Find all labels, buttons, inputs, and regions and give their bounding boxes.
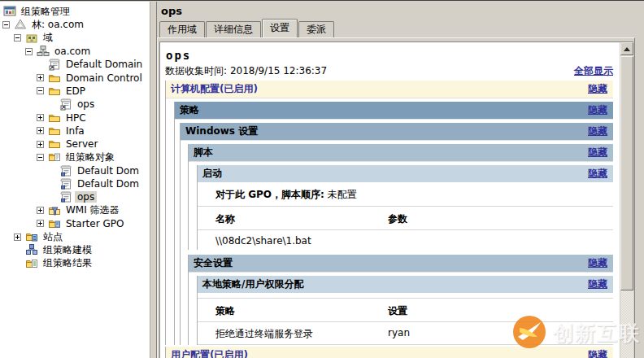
script-order-row: 对于此 GPO，脚本顺序: 未配置 — [198, 182, 613, 207]
tree-indent — [14, 257, 25, 270]
tab-delegation[interactable]: 委派 — [298, 21, 334, 37]
report-gpo-name: ops — [166, 49, 613, 62]
tree-item[interactable]: Starter GPO — [0, 217, 150, 230]
expand-icon[interactable] — [14, 234, 21, 241]
hide-link[interactable]: 隐藏 — [588, 82, 607, 96]
policy-name: 拒绝通过终端服务登录 — [215, 327, 388, 341]
modeling-icon — [25, 243, 38, 256]
scroll-up-button[interactable] — [620, 42, 633, 55]
folder-starter-icon — [48, 217, 61, 230]
collected-label: 数据收集时间: — [165, 65, 227, 76]
tree-item-label: ops — [75, 191, 97, 203]
tree-item[interactable]: 林: oa.com — [0, 18, 150, 31]
settings-tab-page: ops 数据收集时间: 2018/9/15 12:36:37 全部显示 计算机配… — [157, 37, 635, 358]
hide-link[interactable]: 隐藏 — [588, 124, 607, 138]
report-scrollbar[interactable] — [620, 42, 633, 358]
tab-settings[interactable]: 设置 — [262, 19, 298, 37]
tree-item[interactable]: ops — [0, 98, 150, 111]
section-computer-config: 计算机配置(已启用) 隐藏 策略 隐藏 Windows 设置 隐藏 — [165, 81, 613, 345]
tree-indent — [14, 243, 25, 256]
tree-item[interactable]: Default Dom — [0, 164, 150, 177]
tree-item-label: Server — [63, 138, 100, 150]
tree-item-label: WMI 筛选器 — [63, 203, 122, 217]
tree-item[interactable]: Domain Control — [0, 71, 150, 84]
gpo-link-icon — [48, 58, 61, 71]
tree-item[interactable]: Server — [0, 138, 150, 151]
script-order-label: 对于此 GPO，脚本顺序: — [215, 189, 324, 200]
up-arrow-icon — [624, 47, 630, 51]
tree-item[interactable]: 站点 — [0, 230, 150, 243]
tree-item-label: 域 — [41, 31, 55, 45]
tree-item[interactable]: Default Dom — [0, 177, 150, 190]
tree-indent — [37, 151, 48, 164]
expand-icon[interactable] — [37, 127, 44, 134]
tree-item[interactable]: Infa — [0, 124, 150, 138]
tree-item-label: ops — [75, 98, 97, 110]
windows-settings-header: Windows 设置 隐藏 — [181, 123, 613, 140]
folder-gpo-icon — [48, 151, 61, 164]
col-parameters: 参数 — [388, 212, 608, 226]
collapse-icon[interactable] — [25, 48, 33, 55]
sites-icon — [25, 230, 38, 243]
hide-link[interactable]: 隐藏 — [588, 277, 607, 291]
policies-label: 策略 — [180, 103, 199, 117]
computer-config-header: 计算机配置(已启用) 隐藏 — [166, 81, 613, 98]
section-policies: 策略 隐藏 Windows 设置 隐藏 脚本 隐藏 — [174, 102, 613, 345]
tree-indent — [48, 190, 59, 203]
tree-item[interactable]: WMI 筛选器 — [0, 203, 150, 216]
local-policies-header: 本地策略/用户权限分配 隐藏 — [198, 276, 613, 293]
expand-icon[interactable] — [37, 141, 44, 148]
hide-link[interactable]: 隐藏 — [588, 167, 607, 181]
expand-icon[interactable] — [37, 74, 44, 81]
tree-item[interactable]: 域 — [0, 32, 150, 45]
tree-indent — [14, 230, 25, 243]
tab-bar: 作用域 详细信息 设置 委派 — [159, 20, 335, 37]
pane-title: ops — [161, 5, 182, 17]
tree-item-label: Domain Control — [63, 72, 145, 84]
report-frame: ops 数据收集时间: 2018/9/15 12:36:37 全部显示 计算机配… — [159, 41, 633, 358]
tree-item-label: Default Dom — [75, 165, 141, 177]
tree-item[interactable]: 组策略对象 — [0, 151, 150, 164]
collapse-icon[interactable] — [37, 154, 44, 161]
tab-details[interactable]: 详细信息 — [206, 21, 261, 37]
tree-item-label: Infa — [63, 125, 87, 137]
data-collected-time: 数据收集时间: 2018/9/15 12:36:37 — [165, 64, 327, 78]
tree-item-label: 组策略建模 — [41, 243, 94, 257]
watermark-text: 创新互联 — [553, 320, 641, 347]
tree-item[interactable]: EDP — [0, 85, 150, 98]
tree-item[interactable]: 组策略建模 — [0, 243, 150, 256]
collapse-icon[interactable] — [37, 87, 44, 94]
tree-indent — [37, 204, 48, 217]
tree-item-label: EDP — [63, 85, 88, 97]
tree-item-label: 组策略管理 — [19, 5, 72, 19]
collapse-icon[interactable] — [14, 34, 21, 41]
hide-link[interactable]: 隐藏 — [588, 256, 607, 270]
startup-table-header: 名称 参数 — [198, 207, 613, 230]
tree-item[interactable]: ops — [0, 190, 150, 203]
expand-icon[interactable] — [37, 220, 44, 227]
show-all-link[interactable]: 全部显示 — [574, 64, 613, 78]
tree-item[interactable]: 组策略结果 — [0, 257, 150, 270]
domains-icon — [25, 32, 38, 45]
domain-icon — [37, 45, 50, 58]
gpo-icon — [59, 177, 72, 190]
scrollbar-thumb[interactable] — [620, 56, 633, 290]
col-policy: 策略 — [215, 304, 388, 318]
tree-item[interactable]: Default Domain — [0, 58, 150, 71]
tree-item[interactable]: oa.com — [0, 45, 150, 58]
folder-icon — [48, 72, 61, 85]
folder-icon — [48, 138, 61, 151]
hide-link[interactable]: 隐藏 — [588, 103, 607, 117]
tree-item[interactable]: HPC — [0, 111, 150, 124]
tree-item-label: Starter GPO — [63, 218, 126, 229]
collapse-icon[interactable] — [2, 21, 10, 28]
tree-item[interactable]: 组策略管理 — [0, 5, 150, 18]
expand-icon[interactable] — [37, 114, 44, 121]
tree-indent — [37, 58, 48, 71]
hide-link[interactable]: 隐藏 — [588, 146, 607, 159]
tree-item-label: HPC — [63, 112, 89, 124]
tab-scope[interactable]: 作用域 — [159, 21, 205, 37]
script-order-value: 未配置 — [328, 189, 357, 200]
expand-icon[interactable] — [37, 207, 44, 214]
tree-indent — [37, 138, 48, 151]
